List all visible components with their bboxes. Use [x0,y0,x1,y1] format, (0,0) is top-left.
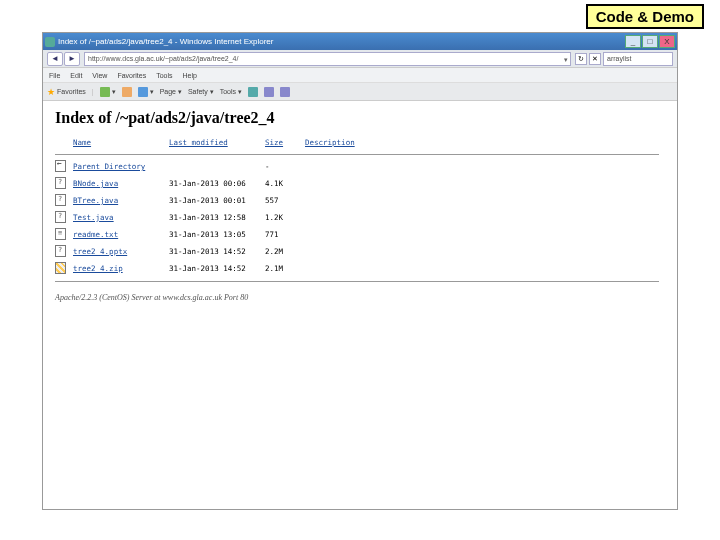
file-modified: 31-Jan-2013 14:52 [169,243,265,260]
col-size-header[interactable]: Size [265,138,283,147]
search-input[interactable]: arraylist [603,52,673,66]
file-icon [55,211,66,223]
file-size: 2.2M [265,243,305,260]
file-link[interactable]: BNode.java [73,179,118,188]
nav-back-button[interactable]: ◄ [47,52,63,66]
file-modified: 31-Jan-2013 14:52 [169,260,265,277]
print-button[interactable]: ▾ [138,87,154,97]
browser-window: Index of /~pat/ads2/java/tree2_4 - Windo… [42,32,678,510]
nav-forward-button[interactable]: ► [64,52,80,66]
toolbar-extra2[interactable] [280,87,290,97]
file-size: 557 [265,192,305,209]
menu-view[interactable]: View [92,72,107,79]
menu-file[interactable]: File [49,72,60,79]
home-icon [100,87,110,97]
table-row: tree2_4.pptx31-Jan-2013 14:522.2M [55,243,665,260]
home-dd: ▾ [112,88,116,96]
page-menu[interactable]: Page ▾ [160,88,182,96]
menu-help[interactable]: Help [183,72,197,79]
home-button[interactable]: ▾ [100,87,116,97]
file-size: 4.1K [265,175,305,192]
file-link[interactable]: tree2_4.pptx [73,247,127,256]
file-icon [55,177,66,189]
url-dropdown-icon[interactable]: ▾ [564,54,568,66]
file-icon [55,245,66,257]
menu-edit[interactable]: Edit [70,72,82,79]
feeds-button[interactable] [122,87,132,97]
print-dd: ▾ [150,88,154,96]
toolbar-help-button[interactable] [248,87,258,97]
extra1-icon [264,87,274,97]
server-footer: Apache/2.2.3 (CentOS) Server at www.dcs.… [55,293,665,302]
col-name-header[interactable]: Name [73,138,91,147]
window-title: Index of /~pat/ads2/java/tree2_4 - Windo… [58,37,273,46]
refresh-button[interactable]: ↻ [575,53,587,65]
menu-favorites[interactable]: Favorites [117,72,146,79]
help-icon [248,87,258,97]
minimize-button[interactable]: _ [625,35,641,48]
file-size: 771 [265,226,305,243]
toolbar-extra1[interactable] [264,87,274,97]
favicon-icon [45,37,55,47]
file-link[interactable]: tree2_4.zip [73,264,123,273]
toolbar: ★ Favorites | ▾ ▾ Page ▾ Safety ▾ Tools … [43,83,677,101]
table-row: readme.txt31-Jan-2013 13:05771 [55,226,665,243]
parent-row: Parent Directory - [55,158,665,175]
file-modified: 31-Jan-2013 00:06 [169,175,265,192]
favorites-label: Favorites [57,88,86,95]
file-size: 1.2K [265,209,305,226]
toolbar-separator: | [92,88,94,95]
header-rule [55,154,659,155]
addressbar: ◄ ► http://www.dcs.gla.ac.uk/~pat/ads2/j… [43,50,677,68]
footer-rule [55,281,659,282]
stop-button[interactable]: ✕ [589,53,601,65]
tools-menu[interactable]: Tools ▾ [220,88,242,96]
table-row: BNode.java31-Jan-2013 00:064.1K [55,175,665,192]
col-modified-header[interactable]: Last modified [169,138,228,147]
file-link[interactable]: BTree.java [73,196,118,205]
file-modified: 31-Jan-2013 12:58 [169,209,265,226]
col-desc-header[interactable]: Description [305,138,355,147]
url-text: http://www.dcs.gla.ac.uk/~pat/ads2/java/… [88,55,238,62]
file-icon [55,194,66,206]
close-button[interactable]: X [659,35,675,48]
file-size: 2.1M [265,260,305,277]
parent-icon [55,160,66,172]
table-row: Test.java31-Jan-2013 12:581.2K [55,209,665,226]
menu-tools[interactable]: Tools [156,72,172,79]
titlebar[interactable]: Index of /~pat/ads2/java/tree2_4 - Windo… [43,33,677,50]
code-demo-badge: Code & Demo [586,4,704,29]
print-icon [138,87,148,97]
favorites-button[interactable]: ★ Favorites [47,87,86,97]
file-modified: 31-Jan-2013 00:01 [169,192,265,209]
file-icon [55,262,66,274]
file-link[interactable]: Test.java [73,213,114,222]
table-row: tree2_4.zip31-Jan-2013 14:522.1M [55,260,665,277]
file-link[interactable]: readme.txt [73,230,118,239]
star-icon: ★ [47,87,55,97]
extra2-icon [280,87,290,97]
feeds-icon [122,87,132,97]
page-title: Index of /~pat/ads2/java/tree2_4 [55,109,665,127]
file-modified: 31-Jan-2013 13:05 [169,226,265,243]
url-input[interactable]: http://www.dcs.gla.ac.uk/~pat/ads2/java/… [84,52,571,66]
parent-link[interactable]: Parent Directory [73,162,145,171]
file-icon [55,228,66,240]
parent-size: - [265,158,305,175]
directory-listing: Name Last modified Size Description Pare… [55,137,665,285]
table-row: BTree.java31-Jan-2013 00:01557 [55,192,665,209]
safety-menu[interactable]: Safety ▾ [188,88,214,96]
page-content: Index of /~pat/ads2/java/tree2_4 Name La… [43,101,677,509]
menubar: File Edit View Favorites Tools Help [43,68,677,83]
maximize-button[interactable]: □ [642,35,658,48]
